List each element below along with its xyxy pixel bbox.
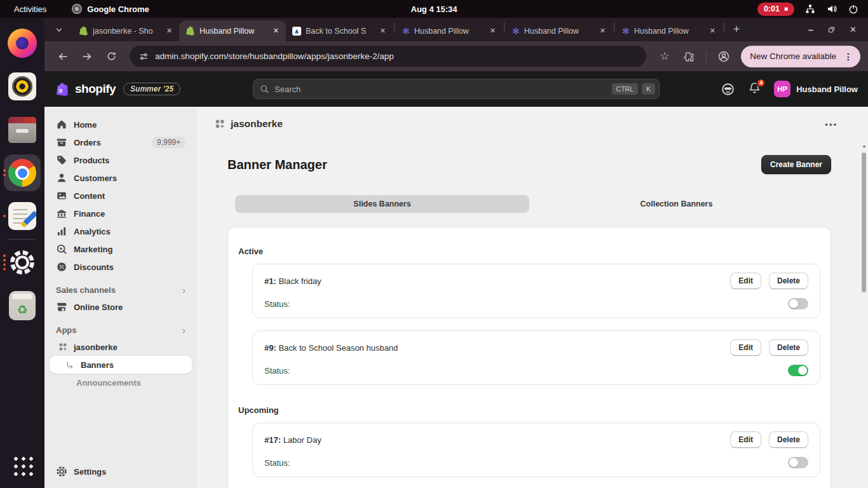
browser-menu-icon[interactable]: ⋮ [841,51,855,62]
sidebar-item-content[interactable]: Content [50,187,192,205]
scroll-up-arrow-icon[interactable]: ▲ [860,144,868,148]
tab-search-button[interactable] [51,22,67,38]
status-label: Status: [264,366,290,376]
store-avatar: HP [774,81,790,97]
delete-button[interactable]: Delete [769,339,808,356]
edition-badge[interactable]: Summer ’25 [123,83,180,95]
sidebar-item-announcements[interactable]: Announcements [50,374,192,391]
banner-card: #1: Black friday Edit Delete St [252,264,820,318]
dock-item-trash[interactable]: ♻ [0,284,44,327]
search-input[interactable] [275,85,607,94]
discounts-icon [56,261,67,273]
sidebar-item-orders[interactable]: Orders 9,999+ [50,133,192,151]
close-tab-icon[interactable]: ✕ [598,27,607,35]
focused-app-menu[interactable]: Google Chrome [72,4,149,14]
sidebar-item-discounts[interactable]: Discounts [50,258,192,276]
page-scrollbar[interactable]: ▲ [860,141,868,488]
minimize-window-icon[interactable]: – [808,24,813,35]
edit-button[interactable]: Edit [730,431,761,448]
sidebar-item-customers[interactable]: Customers [50,169,192,187]
dock-item-settings[interactable] [0,241,44,284]
online-store-icon [56,301,67,313]
back-button[interactable] [52,46,74,67]
network-icon[interactable] [804,3,816,15]
home-icon [56,119,67,130]
dock-item-files[interactable] [0,108,44,151]
svg-text:s: s [59,86,63,94]
sidebar-item-jasonberke-app[interactable]: jasonberke [50,338,192,356]
site-settings-icon[interactable] [139,51,149,62]
analytics-icon [56,226,67,237]
tab-back-to-school[interactable]: Back to School S ✕ [286,20,393,41]
status-toggle[interactable] [788,365,808,376]
bookmark-star-icon[interactable]: ☆ [654,46,675,67]
clock[interactable]: Aug 4 15:34 [411,4,458,14]
sidekick-icon[interactable] [721,82,735,97]
sidebar-item-analytics[interactable]: Analytics [50,222,192,240]
chrome-update-button[interactable]: New Chrome available ⋮ [741,46,860,67]
sidebar-item-home[interactable]: Home [50,116,192,133]
forward-button[interactable] [76,46,98,67]
tab-slides-banners[interactable]: Slides Banners [235,195,529,213]
reload-button[interactable] [100,46,122,67]
search-icon [260,85,269,94]
screen-recording-indicator[interactable]: 0:01 ■ [757,3,794,16]
volume-icon[interactable] [826,3,837,15]
sidebar-item-banners[interactable]: Banners [50,356,192,374]
restore-window-icon[interactable] [827,25,836,34]
rhythmbox-icon [8,72,36,100]
delete-button[interactable]: Delete [769,273,808,289]
sales-channels-header[interactable]: Sales channels › [56,285,186,295]
notifications-button[interactable]: 4 [748,81,761,97]
tab-husband-pillow-active[interactable]: Husband Pillow ✕ [179,20,286,41]
banner-title: #17: Labor Day [264,435,322,445]
status-toggle[interactable] [788,457,808,468]
delete-button[interactable]: Delete [769,431,808,448]
tab-husband-pillow-3[interactable]: ✻ Husband Pillow ✕ [506,20,613,41]
new-tab-button[interactable]: + [728,22,745,38]
edit-button[interactable]: Edit [730,339,761,356]
power-icon[interactable] [848,3,859,15]
apps-header[interactable]: Apps › [56,325,186,336]
dock-item-text-editor[interactable] [0,194,44,238]
main-content: jasonberke ••• Banner Manager Create Ban… [197,107,868,488]
tab-collection-banners[interactable]: Collection Banners [529,195,824,213]
section-heading-upcoming: Upcoming [238,405,820,415]
sidebar-item-finance[interactable]: Finance [50,205,192,222]
tab-husband-pillow-4[interactable]: ✻ Husband Pillow ✕ [616,20,722,41]
create-banner-button[interactable]: Create Banner [761,155,831,174]
profile-icon[interactable] [713,46,735,67]
status-toggle[interactable] [788,298,808,309]
close-tab-icon[interactable]: ✕ [165,27,174,35]
close-tab-icon[interactable]: ✕ [271,27,281,35]
account-menu[interactable]: HP Husband Pillow [774,81,858,97]
status-label: Status: [264,458,290,468]
browser-window: jasonberke - Sho ✕ Husband Pillow ✕ Back… [44,18,868,488]
address-bar[interactable]: admin.shopify.com/store/husbandpillow/ap… [130,46,646,67]
close-tab-icon[interactable]: ✕ [488,27,498,35]
scrollbar-thumb[interactable] [862,152,866,292]
orders-icon [56,137,67,148]
tab-jasonberke[interactable]: jasonberke - Sho ✕ [72,20,179,41]
close-tab-icon[interactable]: ✕ [708,27,717,35]
dock-item-rhythmbox[interactable] [0,65,44,108]
dock-item-chrome[interactable] [0,151,44,194]
global-search[interactable]: CTRL K [253,79,660,99]
app-grid-icon [58,342,67,351]
sidebar-item-settings[interactable]: Settings [50,463,192,480]
close-tab-icon[interactable]: ✕ [378,27,388,35]
shopify-logo[interactable]: s shopify Summer ’25 [55,81,253,97]
banner-title: #1: Black friday [264,276,322,286]
app-grid-icon [215,119,225,129]
activities-button[interactable]: Activities [14,4,46,14]
dock-item-show-apps[interactable] [0,445,44,488]
sidebar-item-online-store[interactable]: Online Store [50,298,192,316]
close-window-icon[interactable]: ✕ [850,25,857,34]
edit-button[interactable]: Edit [730,273,761,289]
dock-item-firefox[interactable] [0,22,44,65]
sidebar-item-products[interactable]: Products [50,151,192,169]
sidebar-item-marketing[interactable]: Marketing [50,240,192,258]
more-actions-icon[interactable]: ••• [825,119,850,129]
extensions-icon[interactable] [678,46,700,67]
tab-husband-pillow-2[interactable]: ✻ Husband Pillow ✕ [396,20,503,41]
